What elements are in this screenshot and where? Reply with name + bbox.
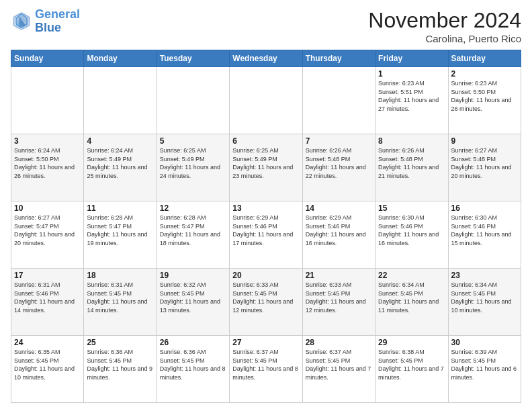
day-info: Sunrise: 6:27 AM Sunset: 5:48 PM Dayligh… xyxy=(451,146,518,180)
week-row-1: 3Sunrise: 6:24 AM Sunset: 5:50 PM Daylig… xyxy=(11,134,521,201)
day-info: Sunrise: 6:33 AM Sunset: 5:45 PM Dayligh… xyxy=(306,281,372,314)
calendar-cell: 17Sunrise: 6:31 AM Sunset: 5:46 PM Dayli… xyxy=(11,269,84,336)
day-number: 4 xyxy=(87,136,153,146)
calendar-cell: 18Sunrise: 6:31 AM Sunset: 5:45 PM Dayli… xyxy=(84,269,157,336)
day-info: Sunrise: 6:29 AM Sunset: 5:46 PM Dayligh… xyxy=(306,214,372,247)
week-row-3: 17Sunrise: 6:31 AM Sunset: 5:46 PM Dayli… xyxy=(11,269,521,336)
day-number: 15 xyxy=(378,203,445,213)
day-number: 23 xyxy=(451,271,518,280)
day-number: 14 xyxy=(306,203,372,213)
day-info: Sunrise: 6:30 AM Sunset: 5:46 PM Dayligh… xyxy=(451,214,518,247)
logo: General Blue xyxy=(11,8,80,35)
day-info: Sunrise: 6:24 AM Sunset: 5:50 PM Dayligh… xyxy=(14,146,81,180)
day-number: 22 xyxy=(378,271,445,280)
day-info: Sunrise: 6:30 AM Sunset: 5:46 PM Dayligh… xyxy=(378,214,445,247)
day-info: Sunrise: 6:37 AM Sunset: 5:45 PM Dayligh… xyxy=(232,348,299,381)
header-friday: Friday xyxy=(375,50,448,67)
logo-icon xyxy=(11,11,32,32)
week-row-0: 1Sunrise: 6:23 AM Sunset: 5:51 PM Daylig… xyxy=(11,67,521,134)
calendar-cell: 19Sunrise: 6:32 AM Sunset: 5:45 PM Dayli… xyxy=(157,269,229,336)
header-thursday: Thursday xyxy=(302,50,375,67)
day-number: 17 xyxy=(14,271,81,280)
week-row-4: 24Sunrise: 6:35 AM Sunset: 5:45 PM Dayli… xyxy=(11,336,521,403)
day-info: Sunrise: 6:36 AM Sunset: 5:45 PM Dayligh… xyxy=(87,348,153,381)
logo-line1: General xyxy=(35,7,80,21)
day-number: 9 xyxy=(451,136,518,146)
day-info: Sunrise: 6:35 AM Sunset: 5:45 PM Dayligh… xyxy=(14,348,81,381)
calendar-cell: 13Sunrise: 6:29 AM Sunset: 5:46 PM Dayli… xyxy=(230,201,302,269)
calendar-cell: 26Sunrise: 6:36 AM Sunset: 5:45 PM Dayli… xyxy=(157,336,229,403)
day-info: Sunrise: 6:31 AM Sunset: 5:45 PM Dayligh… xyxy=(87,281,153,314)
calendar-cell xyxy=(230,67,302,134)
day-info: Sunrise: 6:34 AM Sunset: 5:45 PM Dayligh… xyxy=(451,281,518,314)
calendar-cell xyxy=(11,67,84,134)
day-info: Sunrise: 6:39 AM Sunset: 5:45 PM Dayligh… xyxy=(451,348,518,381)
day-number: 27 xyxy=(232,338,299,347)
day-info: Sunrise: 6:23 AM Sunset: 5:50 PM Dayligh… xyxy=(451,79,518,113)
day-info: Sunrise: 6:31 AM Sunset: 5:46 PM Dayligh… xyxy=(14,281,81,314)
main-title: November 2024 xyxy=(368,8,521,33)
header-monday: Monday xyxy=(84,50,157,67)
calendar-cell: 7Sunrise: 6:26 AM Sunset: 5:48 PM Daylig… xyxy=(302,134,375,201)
day-number: 8 xyxy=(378,136,445,146)
calendar-cell: 30Sunrise: 6:39 AM Sunset: 5:45 PM Dayli… xyxy=(448,336,521,403)
calendar-cell: 20Sunrise: 6:33 AM Sunset: 5:45 PM Dayli… xyxy=(230,269,302,336)
calendar-cell: 6Sunrise: 6:25 AM Sunset: 5:49 PM Daylig… xyxy=(230,134,302,201)
day-number: 12 xyxy=(160,203,226,213)
calendar-cell: 21Sunrise: 6:33 AM Sunset: 5:45 PM Dayli… xyxy=(302,269,375,336)
calendar-cell: 28Sunrise: 6:37 AM Sunset: 5:45 PM Dayli… xyxy=(302,336,375,403)
day-number: 10 xyxy=(14,203,81,213)
day-info: Sunrise: 6:26 AM Sunset: 5:48 PM Dayligh… xyxy=(378,146,445,180)
day-number: 26 xyxy=(160,338,226,347)
day-info: Sunrise: 6:26 AM Sunset: 5:48 PM Dayligh… xyxy=(306,146,372,180)
calendar-cell: 22Sunrise: 6:34 AM Sunset: 5:45 PM Dayli… xyxy=(375,269,448,336)
day-number: 7 xyxy=(306,136,372,146)
day-info: Sunrise: 6:36 AM Sunset: 5:45 PM Dayligh… xyxy=(160,348,226,381)
day-number: 1 xyxy=(378,69,445,79)
calendar-cell: 10Sunrise: 6:27 AM Sunset: 5:47 PM Dayli… xyxy=(11,201,84,269)
calendar-header-row: SundayMondayTuesdayWednesdayThursdayFrid… xyxy=(11,50,521,67)
day-number: 16 xyxy=(451,203,518,213)
day-info: Sunrise: 6:28 AM Sunset: 5:47 PM Dayligh… xyxy=(87,214,153,247)
calendar-cell: 16Sunrise: 6:30 AM Sunset: 5:46 PM Dayli… xyxy=(448,201,521,269)
day-info: Sunrise: 6:38 AM Sunset: 5:45 PM Dayligh… xyxy=(378,348,445,381)
day-info: Sunrise: 6:24 AM Sunset: 5:49 PM Dayligh… xyxy=(87,146,153,180)
header: General Blue November 2024 Carolina, Pue… xyxy=(11,8,521,44)
day-info: Sunrise: 6:23 AM Sunset: 5:51 PM Dayligh… xyxy=(378,79,445,113)
header-tuesday: Tuesday xyxy=(157,50,229,67)
calendar: SundayMondayTuesdayWednesdayThursdayFrid… xyxy=(11,50,521,403)
day-number: 24 xyxy=(14,338,81,347)
subtitle: Carolina, Puerto Rico xyxy=(368,33,521,44)
logo-line2: Blue xyxy=(35,21,61,34)
day-number: 30 xyxy=(451,338,518,347)
calendar-cell xyxy=(157,67,229,134)
calendar-cell xyxy=(302,67,375,134)
page: General Blue November 2024 Carolina, Pue… xyxy=(0,0,532,411)
day-info: Sunrise: 6:33 AM Sunset: 5:45 PM Dayligh… xyxy=(232,281,299,314)
calendar-cell: 24Sunrise: 6:35 AM Sunset: 5:45 PM Dayli… xyxy=(11,336,84,403)
day-number: 2 xyxy=(451,69,518,79)
calendar-cell: 4Sunrise: 6:24 AM Sunset: 5:49 PM Daylig… xyxy=(84,134,157,201)
header-wednesday: Wednesday xyxy=(230,50,302,67)
calendar-cell: 1Sunrise: 6:23 AM Sunset: 5:51 PM Daylig… xyxy=(375,67,448,134)
calendar-cell: 9Sunrise: 6:27 AM Sunset: 5:48 PM Daylig… xyxy=(448,134,521,201)
calendar-cell: 3Sunrise: 6:24 AM Sunset: 5:50 PM Daylig… xyxy=(11,134,84,201)
day-number: 29 xyxy=(378,338,445,347)
day-number: 19 xyxy=(160,271,226,280)
day-number: 28 xyxy=(306,338,372,347)
calendar-cell: 15Sunrise: 6:30 AM Sunset: 5:46 PM Dayli… xyxy=(375,201,448,269)
day-info: Sunrise: 6:25 AM Sunset: 5:49 PM Dayligh… xyxy=(160,146,226,180)
day-info: Sunrise: 6:34 AM Sunset: 5:45 PM Dayligh… xyxy=(378,281,445,314)
day-info: Sunrise: 6:25 AM Sunset: 5:49 PM Dayligh… xyxy=(232,146,299,180)
calendar-cell: 14Sunrise: 6:29 AM Sunset: 5:46 PM Dayli… xyxy=(302,201,375,269)
day-number: 3 xyxy=(14,136,81,146)
calendar-cell: 8Sunrise: 6:26 AM Sunset: 5:48 PM Daylig… xyxy=(375,134,448,201)
day-number: 5 xyxy=(160,136,226,146)
day-number: 25 xyxy=(87,338,153,347)
calendar-cell xyxy=(84,67,157,134)
day-info: Sunrise: 6:27 AM Sunset: 5:47 PM Dayligh… xyxy=(14,214,81,247)
title-block: November 2024 Carolina, Puerto Rico xyxy=(368,8,521,44)
calendar-cell: 27Sunrise: 6:37 AM Sunset: 5:45 PM Dayli… xyxy=(230,336,302,403)
calendar-cell: 5Sunrise: 6:25 AM Sunset: 5:49 PM Daylig… xyxy=(157,134,229,201)
header-sunday: Sunday xyxy=(11,50,84,67)
